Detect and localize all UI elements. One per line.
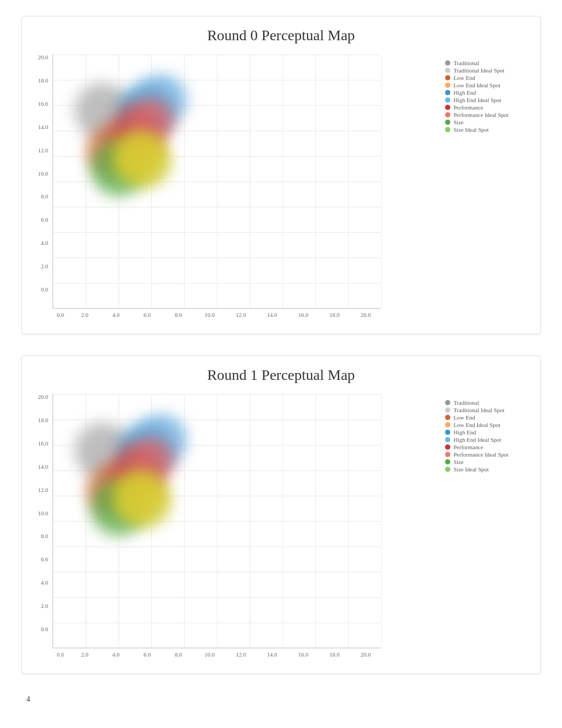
x-label: 8.0 <box>164 651 193 658</box>
y-label: 2.0 <box>32 603 48 609</box>
legend-label: High End <box>454 89 476 96</box>
grid-vertical-line <box>348 54 349 308</box>
y-label: 2.0 <box>32 263 48 269</box>
y-label: 14.0 <box>32 124 48 130</box>
round1-legend: TraditionalTraditional Ideal SpotLow End… <box>445 394 530 472</box>
legend-label: Performance Ideal Spot <box>454 451 509 458</box>
legend-dot <box>445 444 450 450</box>
x-label: 2.0 <box>70 651 99 658</box>
legend-dot <box>445 127 450 132</box>
x-label: 10.0 <box>195 312 224 318</box>
round1-body: 0.02.04.06.08.010.012.014.016.018.020.0 … <box>32 394 530 658</box>
legend-item: High End Ideal Spot <box>445 97 530 103</box>
legend-dot <box>445 422 450 427</box>
x-label: 18.0 <box>320 651 349 658</box>
legend-dot <box>445 112 450 117</box>
legend-dot <box>445 452 450 457</box>
grid-vertical-line <box>53 54 53 308</box>
legend-dot <box>445 430 450 435</box>
legend-item: High End <box>445 429 530 435</box>
legend-label: High End <box>454 429 476 435</box>
grid-vertical-line <box>53 394 53 648</box>
x-label: 16.0 <box>288 312 318 318</box>
x-label: 16.0 <box>288 651 318 658</box>
x-label: 10.0 <box>195 651 224 658</box>
legend-label: Traditional Ideal Spot <box>454 67 504 74</box>
legend-dot <box>445 415 450 420</box>
legend-item: High End Ideal Spot <box>445 436 530 443</box>
x-label: 12.0 <box>226 312 256 318</box>
grid-vertical-line <box>381 54 382 308</box>
legend-dot <box>445 97 450 103</box>
bubble-yellow <box>113 470 164 521</box>
x-label: 14.0 <box>257 312 287 318</box>
page-number: 4 <box>26 695 541 704</box>
round0-axes-wrapper: 0.02.04.06.08.010.012.014.016.018.020.0 <box>52 54 380 318</box>
y-label: 6.0 <box>32 217 48 223</box>
grid-vertical-line <box>250 394 250 648</box>
legend-label: High End Ideal Spot <box>454 97 501 103</box>
legend-dot <box>445 459 450 465</box>
legend-label: Size <box>454 459 464 465</box>
x-label: 20.0 <box>351 312 380 318</box>
y-label: 12.0 <box>32 148 48 153</box>
legend-dot <box>445 407 450 413</box>
y-label: 6.0 <box>32 557 48 562</box>
x-label: 12.0 <box>226 651 256 658</box>
x-label: 14.0 <box>257 651 287 658</box>
legend-label: Traditional <box>454 60 479 66</box>
grid-vertical-line <box>348 394 349 648</box>
x-label: 8.0 <box>164 312 193 318</box>
y-label: 18.0 <box>32 417 48 423</box>
legend-dot <box>445 60 450 66</box>
round1-title: Round 1 Perceptual Map <box>32 367 530 384</box>
legend-label: Size <box>454 119 464 125</box>
grid-vertical-line <box>283 394 283 648</box>
legend-item: Size <box>445 459 530 465</box>
legend-label: Size Ideal Spot <box>454 466 489 472</box>
legend-item: Traditional Ideal Spot <box>445 407 530 413</box>
legend-item: Size <box>445 119 530 125</box>
legend-item: Low End <box>445 75 530 81</box>
legend-item: Size Ideal Spot <box>445 466 530 472</box>
y-label: 16.0 <box>32 101 48 107</box>
legend-label: Performance Ideal Spot <box>454 112 509 118</box>
y-label: 16.0 <box>32 441 48 447</box>
round1-area: 0.02.04.06.08.010.012.014.016.018.020.0 … <box>32 394 434 658</box>
legend-label: Low End <box>454 414 475 421</box>
legend-item: Traditional Ideal Spot <box>445 67 530 74</box>
legend-dot <box>445 400 450 405</box>
legend-item: Low End <box>445 414 530 421</box>
y-label: 10.0 <box>32 171 48 177</box>
legend-item: Performance Ideal Spot <box>445 112 530 118</box>
legend-item: Performance <box>445 104 530 111</box>
x-label: 0.0 <box>52 312 68 318</box>
round0-legend: TraditionalTraditional Ideal SpotLow End… <box>445 54 530 133</box>
legend-label: Traditional <box>454 399 479 406</box>
grid-vertical-line <box>250 54 250 308</box>
y-label: 0.0 <box>32 287 48 293</box>
legend-item: Low End Ideal Spot <box>445 422 530 428</box>
legend-label: High End Ideal Spot <box>454 436 501 443</box>
legend-item: Low End Ideal Spot <box>445 82 530 88</box>
grid-horizontal-line <box>53 648 380 649</box>
bubble-yellow <box>113 131 164 181</box>
x-label: 6.0 <box>132 651 162 658</box>
y-label: 4.0 <box>32 580 48 586</box>
legend-label: Size Ideal Spot <box>454 126 489 133</box>
legend-dot <box>445 90 450 95</box>
legend-item: Size Ideal Spot <box>445 126 530 133</box>
y-label: 20.0 <box>32 394 48 400</box>
grid-vertical-line <box>283 54 283 308</box>
legend-dot <box>445 105 450 110</box>
legend-label: Performance <box>454 104 483 111</box>
legend-label: Low End Ideal Spot <box>454 422 500 428</box>
legend-label: Traditional Ideal Spot <box>454 407 504 413</box>
y-label: 10.0 <box>32 511 48 516</box>
round1-plot <box>52 394 380 648</box>
y-label: 20.0 <box>32 54 48 60</box>
grid-vertical-line <box>217 394 217 648</box>
legend-dot <box>445 467 450 472</box>
x-label: 18.0 <box>320 312 349 318</box>
y-label: 0.0 <box>32 626 48 632</box>
